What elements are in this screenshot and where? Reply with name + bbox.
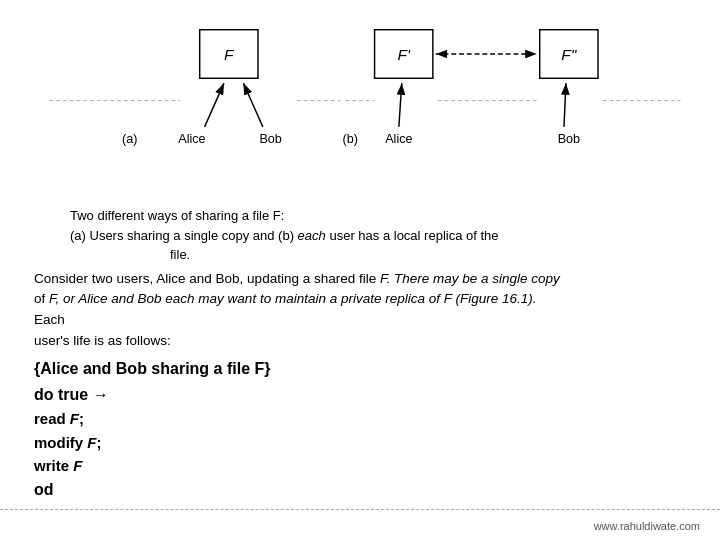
svg-text:(b): (b) (343, 132, 358, 146)
code-modify-suffix: ; (97, 434, 102, 451)
bottom-dashed-line (0, 509, 720, 510)
svg-line-15 (564, 83, 566, 127)
page-container: F Alice Bob (a) F' F'' (0, 0, 720, 540)
code-write-prefix: write (34, 457, 73, 474)
body-line-1: Consider two users, Alice and Bob, updat… (34, 269, 700, 290)
caption-block: Two different ways of sharing a file F: … (20, 206, 700, 265)
code-line-4: modify F; (34, 431, 700, 454)
svg-line-3 (243, 83, 262, 127)
code-line-3: read F; (34, 407, 700, 430)
code-read-prefix: read (34, 410, 70, 427)
svg-text:Bob: Bob (558, 132, 580, 146)
code-line-5: write F (34, 454, 700, 477)
svg-text:F: F (224, 46, 235, 63)
body-line2-prefix: of (34, 291, 49, 306)
svg-text:Alice: Alice (178, 132, 205, 146)
footer-url: www.rahuldiwate.com (594, 520, 700, 532)
svg-text:(a): (a) (122, 132, 137, 146)
svg-text:F': F' (397, 46, 410, 63)
code-read-suffix: ; (79, 410, 84, 427)
caption-line-2: (a) Users sharing a single copy and (b) … (70, 226, 700, 246)
code-line-1: {Alice and Bob sharing a file F} (34, 356, 700, 382)
body-line-3: Each (34, 310, 700, 331)
code-modify-italic: F (87, 434, 96, 451)
code-modify-prefix: modify (34, 434, 87, 451)
svg-text:F'': F'' (561, 46, 577, 63)
body-line1-italic: F. There may be a single copy (380, 271, 560, 286)
code-read-italic: F (70, 410, 79, 427)
diagram-area: F Alice Bob (a) F' F'' (20, 10, 700, 200)
caption-line-1: Two different ways of sharing a file F: (70, 206, 700, 226)
svg-line-14 (399, 83, 402, 127)
footer: www.rahuldiwate.com (594, 520, 700, 532)
caption-prefix: (a) Users sharing a single copy and (b) (70, 228, 298, 243)
caption-line-3: file. (70, 245, 700, 265)
svg-text:Alice: Alice (385, 132, 412, 146)
caption-suffix: user has a local replica of the (326, 228, 499, 243)
body-line-4: user's life is as follows: (34, 331, 700, 352)
code-block: {Alice and Bob sharing a file F} do true… (20, 356, 700, 503)
code-line-6: od (34, 477, 700, 503)
code-write-italic: F (73, 457, 82, 474)
svg-line-2 (205, 83, 224, 127)
caption-italic: each (298, 228, 326, 243)
svg-text:Bob: Bob (259, 132, 281, 146)
body-line1-prefix: Consider two users, Alice and Bob, updat… (34, 271, 380, 286)
body-text: Consider two users, Alice and Bob, updat… (20, 269, 700, 353)
body-line-2: of F, or Alice and Bob each may want to … (34, 289, 700, 310)
code-line-2: do true → (34, 382, 700, 408)
body-line2-italic: F, or Alice and Bob each may want to mai… (49, 291, 537, 306)
